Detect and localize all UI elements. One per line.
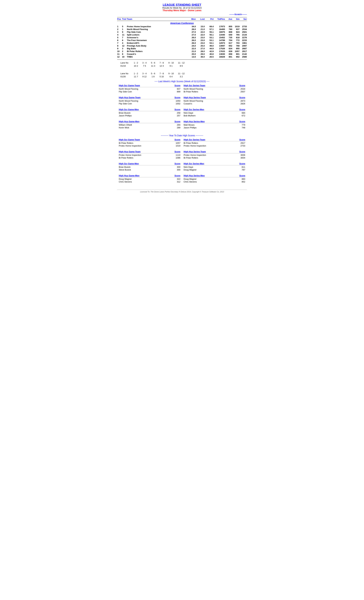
team-pos-11: 12 (117, 56, 122, 58)
score-col-header: Score (239, 162, 245, 165)
list-item: Protec Home Inspection2733 (184, 144, 245, 147)
entry-name-0: Nick Daye (184, 166, 193, 168)
team-pct-6: 53.1 (205, 42, 214, 44)
team-ser-6: 1961 (240, 42, 247, 44)
score-pair: High Hcp Game-MenScoreDoug Wagner322Chri… (117, 174, 247, 183)
section-label: High Hcp Game-MenScore (119, 174, 180, 177)
list-item: Steve Busick300 (119, 169, 180, 171)
entry-score-0: 1050 (176, 100, 180, 102)
entry-score-0: 1110 (176, 154, 180, 156)
section-title: High Scr Game-Team (119, 84, 140, 87)
team-ser-2: 2501 (240, 31, 247, 33)
team-pct-1: 57.1 (205, 28, 214, 30)
team-tm-5: 6 (122, 39, 127, 41)
list-item: Doug Wagner787 (184, 169, 245, 171)
team-ser-3: 2134 (240, 34, 247, 36)
entry-name-1: Protec Home Inspection (119, 145, 141, 147)
entry-score-0: 2873 (241, 100, 245, 102)
entry-name-0: North Wood Flooring (119, 100, 138, 102)
score-col-0: High Hcp Game-MenScoreWilliam ONeill294K… (117, 120, 182, 129)
entry-name-0: Bi Polar Rollers (184, 142, 198, 144)
list-item: Brian Busick258 (119, 112, 180, 114)
table-row: 10 2 Bi Polar Rollers 21.0 28.0 42.9 176… (117, 50, 247, 53)
score-pair: High Scr Game-MenScoreBrian Busick258Jas… (117, 108, 247, 117)
list-item: William ONeill294 (119, 123, 180, 126)
entry-name-0: Protec Home Inspection (119, 154, 141, 156)
entry-name-0: North Wood Flooring (184, 100, 203, 102)
team-pos-9: 10 (117, 50, 122, 53)
col-header-pct: Pct (205, 18, 214, 20)
entry-name-0: Brian Busick (119, 112, 131, 114)
entry-name-0: North Wood Flooring (119, 88, 138, 90)
list-item: Bi Polar Rollers1086 (119, 156, 180, 159)
team-tm-2: 9 (122, 31, 127, 33)
score-col-1: High Scr Series-TeamScoreBi Polar Roller… (182, 138, 247, 147)
team-won-0: 34.0 (187, 25, 196, 28)
team-gm-8: 955 (232, 47, 240, 50)
lane-range-1-3: 5 - 6 (149, 62, 157, 64)
team-name-11: THBS (127, 56, 187, 58)
list-item: North Wood Flooring937 (119, 87, 180, 90)
team-ser-8: 2687 (240, 47, 247, 50)
section-label: High Scr Series-TeamScore (184, 84, 245, 87)
team-tm-8: 3 (122, 47, 127, 50)
list-item: Protec Home Inspection1110 (119, 154, 180, 156)
team-ser-5: 2233 (240, 39, 247, 41)
team-pos-2: 3 (117, 31, 122, 33)
score-col-header: Score (239, 138, 245, 141)
last-week-header: ---- Last Week's High Scores (Week of 01… (117, 80, 247, 83)
lane-range-1-5: 9 - 10 (167, 62, 176, 64)
score-col-1: High Hcp Series-MenScoreMatt Moses779Jas… (182, 120, 247, 129)
score-col-0: High Scr Game-MenScoreBrian Busick258Jas… (117, 108, 182, 117)
entry-name-1: Bi Polar Rollers (184, 157, 198, 159)
team-totpins-0: 17973 (214, 25, 225, 28)
team-won-5: 26.0 (187, 39, 196, 41)
team-name-3: Split Lickers (127, 34, 187, 36)
lane-val-2-4: 5 10 (158, 75, 165, 78)
section-label: High Hcp Game-MenScore (119, 120, 180, 123)
table-row: 3 9 Flip Side Coin 27.0 22.0 55.1 16975 … (117, 31, 247, 33)
team-pct-5: 53.1 (205, 39, 214, 41)
score-pair: High Hcp Game-MenScoreWilliam ONeill294K… (117, 120, 247, 129)
entry-name-1: Doug Wagner (184, 169, 196, 171)
team-totpins-2: 16975 (214, 31, 225, 33)
section-title: High Hcp Game-Team (119, 150, 140, 153)
list-item: North Wood Flooring2873 (184, 100, 245, 102)
team-tm-6: 4 (122, 42, 127, 44)
team-pct-11: 26.5 (205, 56, 214, 58)
section-label: High Hcp Series-MenScore (184, 174, 245, 177)
score-col-header: Score (175, 96, 180, 99)
list-item: Bi Polar Rollers2917 (184, 142, 245, 144)
team-name-5: The Four Horsemen (127, 39, 187, 41)
score-pair: High Scr Game-TeamScoreBi Polar Rollers1… (117, 138, 247, 147)
ytd-sections: High Scr Game-TeamScoreBi Polar Rollers1… (117, 138, 247, 186)
col-header-pos: Pos (117, 18, 122, 20)
entry-score-0: 322 (177, 178, 180, 180)
team-gm-5: 772 (232, 39, 240, 41)
lane-range-2-4: 7 - 8 (158, 72, 165, 75)
team-won-3: 27.0 (187, 34, 196, 36)
entry-name-0: Doug Wagner (184, 178, 196, 180)
team-pos-0: 1 (117, 25, 122, 28)
lane-section-2: Lane No 1 - 2 3 - 4 5 - 6 7 - 8 9 - 10 1… (117, 72, 247, 78)
team-ave-1: 780 (225, 28, 232, 30)
score-pair: High Hcp Game-TeamScoreProtec Home Inspe… (117, 150, 247, 159)
team-lost-11: 36.0 (196, 56, 205, 58)
lane-val-2-1: 11 7 (132, 75, 140, 78)
entry-score-1: 787 (242, 169, 245, 171)
team-gm-2: 924 (232, 31, 240, 33)
scratch-header: --------Scratch-------- (117, 13, 247, 16)
lane-val-1-6: 8 6 (177, 65, 186, 67)
team-gm-11: 902 (232, 56, 240, 58)
col-header-ser: Ser (240, 18, 247, 20)
team-name-4: Schooner's (127, 36, 187, 39)
score-col-header: Score (175, 174, 180, 177)
team-gm-9: 1057 (232, 50, 240, 53)
entry-name-0: Matt Moses (184, 124, 195, 126)
team-gm-3: 765 (232, 34, 240, 36)
lane-range-2-5: 9 - 10 (167, 72, 176, 75)
team-gm-0: 1019 (232, 25, 240, 28)
section-title: High Hcp Series-Men (184, 120, 205, 123)
entry-name-1: Chris Stevens (184, 180, 197, 183)
col-header-gm: Gm (232, 18, 240, 20)
